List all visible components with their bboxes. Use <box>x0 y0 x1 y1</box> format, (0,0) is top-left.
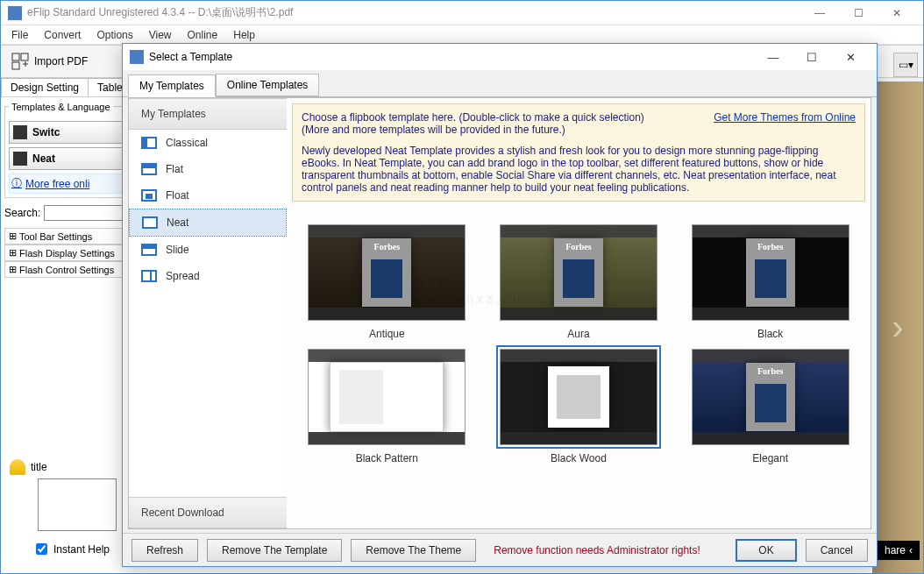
toolbar-right: ▭▾ <box>893 50 918 80</box>
tab-online-templates[interactable]: Online Templates <box>216 74 320 96</box>
info-desc: Newly developed Neat Template provides a… <box>302 145 856 194</box>
book-icon <box>13 152 27 166</box>
sidebar-footer[interactable]: Recent Download <box>129 497 287 528</box>
left-panel: Templates & Language Switc Neat ⓘMore fr… <box>4 106 127 278</box>
sidebar-item-classical[interactable]: Classical <box>129 130 287 156</box>
main-window: eFlip Standard Unregistered 4.3.4 -- D:\… <box>0 0 924 574</box>
neat-button[interactable]: Neat <box>9 147 123 170</box>
neat-icon <box>142 216 158 229</box>
admin-warning: Remove function needs Administrator righ… <box>485 544 727 556</box>
device-preview-button[interactable]: ▭▾ <box>893 53 918 77</box>
tree-flash-display-settings[interactable]: Flash Display Settings <box>4 244 127 261</box>
title-label: title <box>31 461 47 473</box>
import-pdf-button[interactable]: Import PDF <box>34 55 88 67</box>
template-content: Choose a flipbook template here. (Double… <box>287 98 871 528</box>
menu-view[interactable]: View <box>142 27 179 43</box>
sidebar-header[interactable]: My Templates <box>129 98 287 130</box>
dialog-title: Select a Template <box>149 51 754 63</box>
template-aura[interactable]: Aura <box>487 224 671 340</box>
svg-rect-1 <box>21 53 28 60</box>
database-icon <box>10 459 25 475</box>
templates-language-fieldset: Templates & Language Switc Neat ⓘMore fr… <box>4 106 127 198</box>
template-sidebar: My Templates Classical Flat Float Neat S… <box>129 98 287 528</box>
window-title: eFlip Standard Unregistered 4.3.4 -- D:\… <box>27 5 800 20</box>
more-free-online-link[interactable]: ⓘMore free onli <box>9 174 123 194</box>
phone-icon <box>13 125 27 139</box>
dialog-body: My Templates Classical Flat Float Neat S… <box>128 97 871 529</box>
template-elegant[interactable]: Elegant <box>679 349 862 464</box>
menu-convert[interactable]: Convert <box>37 27 88 43</box>
menu-options[interactable]: Options <box>89 27 139 43</box>
dialog-footer: Refresh Remove The Template Remove The T… <box>123 533 877 566</box>
float-icon <box>141 189 157 202</box>
maximize-button[interactable]: ☐ <box>839 1 878 25</box>
import-pdf-icon <box>10 51 31 72</box>
template-black[interactable]: Black <box>679 224 862 340</box>
preview-area: › <box>872 81 923 573</box>
switch-button[interactable]: Switc <box>9 121 123 144</box>
minimize-button[interactable]: — <box>800 1 839 25</box>
sidebar-item-float[interactable]: Float <box>129 182 287 209</box>
tree-toolbar-settings[interactable]: Tool Bar Settings <box>4 228 127 244</box>
dialog-tabs: My Templates Online Templates <box>123 70 877 97</box>
search-label: Search: <box>4 207 40 219</box>
info-icon: ⓘ <box>11 176 22 191</box>
sidebar-list: Classical Flat Float Neat Slide Spread <box>129 130 287 497</box>
dialog-icon <box>130 50 144 64</box>
info-line2: (More and more templates will be provide… <box>302 124 856 136</box>
template-black-wood[interactable]: Black Wood <box>487 349 671 464</box>
templates-grid: Antique Aura Black Black Pattern Black W… <box>287 207 871 482</box>
dialog-minimize-button[interactable]: — <box>754 44 793 70</box>
menubar: File Convert Options View Online Help <box>1 25 923 45</box>
select-template-dialog: Select a Template — ☐ ✕ My Templates Onl… <box>122 43 878 567</box>
title-panel: title <box>6 456 120 531</box>
slide-icon <box>141 244 157 256</box>
instant-help-input[interactable] <box>36 543 47 555</box>
instant-help-checkbox[interactable]: Instant Help <box>32 541 110 557</box>
chevron-right-icon[interactable]: › <box>892 308 903 347</box>
share-icon: ‹ <box>909 544 913 556</box>
title-value-box[interactable] <box>38 478 117 531</box>
classical-icon <box>141 137 157 149</box>
template-antique[interactable]: Antique <box>295 224 479 340</box>
sidebar-item-spread[interactable]: Spread <box>129 263 287 289</box>
close-button[interactable]: ✕ <box>878 1 916 25</box>
tab-design-setting[interactable]: Design Setting <box>1 78 89 96</box>
sidebar-item-flat[interactable]: Flat <box>129 156 287 182</box>
menu-help[interactable]: Help <box>226 27 262 43</box>
ok-button[interactable]: OK <box>736 539 796 562</box>
get-more-themes-link[interactable]: Get More Themes from Online <box>714 111 856 124</box>
tab-my-templates[interactable]: My Templates <box>128 74 216 97</box>
svg-rect-2 <box>12 62 19 69</box>
template-black-pattern[interactable]: Black Pattern <box>295 349 479 464</box>
tree-flash-control-settings[interactable]: Flash Control Settings <box>4 261 127 278</box>
dialog-close-button[interactable]: ✕ <box>831 44 870 70</box>
flat-icon <box>141 163 157 175</box>
search-row: Search: <box>4 205 127 221</box>
refresh-button[interactable]: Refresh <box>131 539 198 562</box>
main-titlebar: eFlip Standard Unregistered 4.3.4 -- D:\… <box>1 1 923 25</box>
info-box: Choose a flipbook template here. (Double… <box>292 103 865 202</box>
sidebar-item-slide[interactable]: Slide <box>129 237 287 263</box>
remove-template-button[interactable]: Remove The Template <box>207 539 342 562</box>
dialog-maximize-button[interactable]: ☐ <box>793 44 831 70</box>
remove-theme-button[interactable]: Remove The Theme <box>351 539 476 562</box>
menu-file[interactable]: File <box>4 27 35 43</box>
app-icon <box>8 6 22 20</box>
svg-rect-0 <box>12 53 19 60</box>
cancel-button[interactable]: Cancel <box>806 539 868 562</box>
spread-icon <box>141 270 157 282</box>
dialog-titlebar: Select a Template — ☐ ✕ <box>123 44 877 70</box>
fieldset-legend: Templates & Language <box>9 102 113 112</box>
menu-online[interactable]: Online <box>181 27 225 43</box>
share-button[interactable]: hare‹ <box>878 541 920 560</box>
sidebar-item-neat[interactable]: Neat <box>129 209 287 237</box>
